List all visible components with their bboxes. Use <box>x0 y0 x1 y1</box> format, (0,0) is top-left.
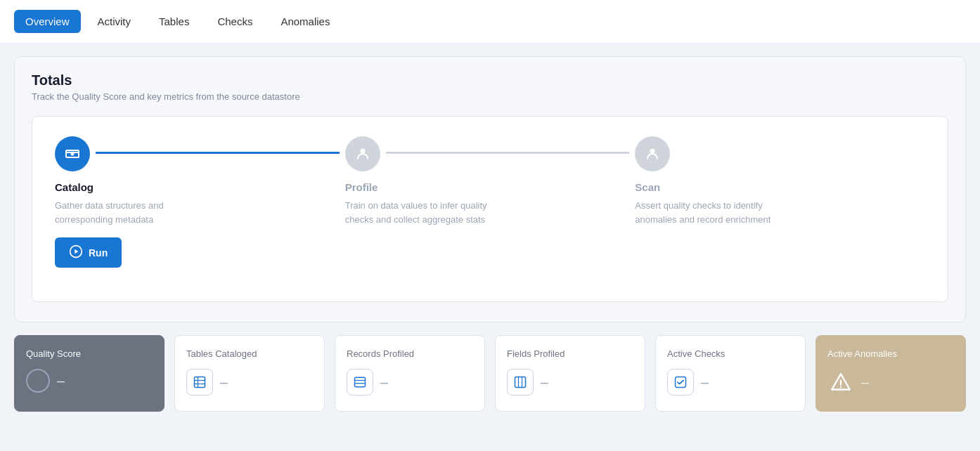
svg-rect-12 <box>515 377 526 388</box>
totals-card: Totals Track the Quality Score and key m… <box>14 56 966 322</box>
svg-rect-5 <box>195 377 205 388</box>
metric-active-anomalies: Active Anomalies – <box>815 335 966 412</box>
records-profiled-icon <box>347 369 373 396</box>
nav-activity[interactable]: Activity <box>86 10 143 33</box>
active-checks-icon <box>667 369 694 396</box>
run-button[interactable]: Run <box>55 237 122 268</box>
nav-tables[interactable]: Tables <box>148 10 200 33</box>
profile-step-desc: Train on data values to infer quality ch… <box>345 199 500 226</box>
run-icon <box>69 244 83 261</box>
metric-records-profiled: Records Profiled – <box>335 335 485 412</box>
tables-cataloged-label: Tables Cataloged <box>186 348 313 359</box>
metric-fields-profiled: Fields Profiled – <box>495 335 645 412</box>
svg-marker-2 <box>75 249 78 254</box>
records-profiled-label: Records Profiled <box>347 348 473 359</box>
svg-point-0 <box>71 152 75 156</box>
step-catalog: Catalog Gather data structures and corre… <box>55 136 345 268</box>
tables-cataloged-icon <box>186 369 213 396</box>
svg-point-17 <box>840 386 842 388</box>
quality-score-label: Quality Score <box>26 348 153 359</box>
catalog-step-desc: Gather data structures and corresponding… <box>55 199 209 226</box>
metric-quality-score: Quality Score – <box>14 335 165 412</box>
active-anomalies-label: Active Anomalies <box>827 348 954 359</box>
metric-tables-cataloged: Tables Cataloged – <box>174 335 325 412</box>
totals-subtitle: Track the Quality Score and key metrics … <box>32 91 948 102</box>
active-checks-value: – <box>701 374 709 391</box>
catalog-circle <box>55 136 90 171</box>
step-scan: Scan Assert quality checks to identify a… <box>635 136 925 226</box>
metric-active-checks: Active Checks – <box>655 335 806 412</box>
run-label: Run <box>89 247 108 259</box>
steps-area: Catalog Gather data structures and corre… <box>32 116 948 302</box>
profile-step-name: Profile <box>345 181 500 193</box>
line-catalog-profile <box>96 152 340 154</box>
active-anomalies-value: – <box>861 374 869 391</box>
nav-anomalies[interactable]: Anomalies <box>269 10 341 33</box>
svg-point-3 <box>360 149 365 154</box>
main-content: Totals Track the Quality Score and key m… <box>0 44 980 424</box>
fields-profiled-label: Fields Profiled <box>507 348 633 359</box>
scan-step-desc: Assert quality checks to identify anomal… <box>635 199 789 226</box>
profile-circle <box>345 136 380 171</box>
catalog-step-name: Catalog <box>55 181 209 193</box>
svg-point-4 <box>650 149 655 154</box>
active-anomalies-icon <box>827 369 854 396</box>
quality-score-icon <box>26 369 50 393</box>
scan-circle <box>635 136 670 171</box>
fields-profiled-value: – <box>541 374 548 391</box>
metrics-row: Quality Score – Tables Cataloged <box>14 335 966 412</box>
nav-overview[interactable]: Overview <box>14 10 81 33</box>
step-profile: Profile Train on data values to infer qu… <box>345 136 636 226</box>
svg-rect-9 <box>355 377 366 386</box>
records-profiled-value: – <box>380 374 388 391</box>
totals-title: Totals <box>32 72 948 89</box>
tables-cataloged-value: – <box>220 374 228 391</box>
top-navigation: Overview Activity Tables Checks Anomalie… <box>0 0 980 44</box>
nav-checks[interactable]: Checks <box>206 10 264 33</box>
line-profile-scan <box>386 152 630 154</box>
fields-profiled-icon <box>507 369 534 396</box>
active-checks-label: Active Checks <box>667 348 794 359</box>
scan-step-name: Scan <box>635 181 789 193</box>
quality-score-value: – <box>57 373 65 389</box>
